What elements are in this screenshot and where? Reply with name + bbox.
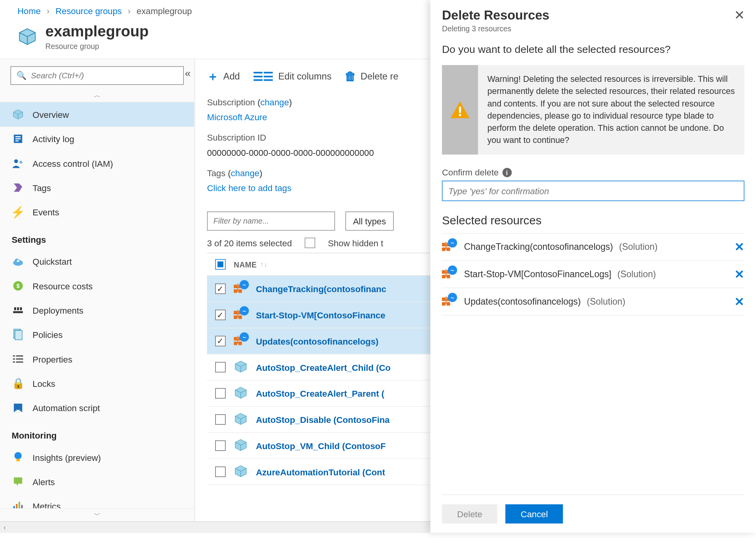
chevron-right-icon: › xyxy=(47,6,49,16)
sidebar-item-events[interactable]: ⚡Events xyxy=(0,200,194,224)
add-button[interactable]: ＋Add xyxy=(207,69,240,84)
row-checkbox[interactable]: ✓ xyxy=(215,283,226,294)
sidebar-item-alerts[interactable]: Alerts xyxy=(0,469,194,494)
row-checkbox[interactable] xyxy=(215,467,226,477)
sidebar-item-label: Locks xyxy=(33,379,55,388)
sidebar-item-overview[interactable]: Overview xyxy=(0,102,194,126)
close-icon[interactable]: ✕ xyxy=(734,8,745,23)
breadcrumb-home[interactable]: Home xyxy=(18,6,41,16)
remove-icon[interactable]: ✕ xyxy=(734,240,744,254)
sidebar-item-resource-costs[interactable]: $Resource costs xyxy=(0,274,194,298)
row-checkbox[interactable] xyxy=(215,441,226,451)
resource-name[interactable]: Updates(contosofinancelogs) xyxy=(256,336,379,346)
bolt-icon: ⚡ xyxy=(12,206,25,218)
sidebar: « 🔍 ︿ OverviewActivity logAccess control… xyxy=(0,59,195,521)
svg-rect-27 xyxy=(16,362,23,363)
resource-name[interactable]: AzureAutomationTutorial (Cont xyxy=(256,467,385,477)
svg-rect-22 xyxy=(13,356,15,357)
search-icon: 🔍 xyxy=(16,71,26,80)
resource-name[interactable]: ChangeTracking(contosofinanc xyxy=(256,284,386,294)
alert-icon xyxy=(12,475,25,488)
solution-icon: ~ xyxy=(442,267,457,282)
sidebar-item-label: Metrics xyxy=(33,501,61,509)
plus-icon: ＋ xyxy=(207,69,219,84)
svg-point-9 xyxy=(20,161,22,164)
sidebar-item-locks[interactable]: 🔒Locks xyxy=(0,371,194,395)
selected-resource-row: ~Start-Stop-VM[ContosoFinanceLogs] (Solu… xyxy=(442,261,745,288)
change-tags-link[interactable]: change xyxy=(231,168,259,178)
subscription-label: Subscription xyxy=(207,97,255,107)
cancel-button[interactable]: Cancel xyxy=(506,504,563,524)
selected-resource-type: (Solution) xyxy=(619,242,658,251)
row-checkbox[interactable] xyxy=(215,388,226,399)
sidebar-item-label: Quickstart xyxy=(33,256,72,266)
add-tags-link[interactable]: Click here to add tags xyxy=(207,183,291,193)
metric-icon xyxy=(12,500,25,508)
sidebar-item-deployments[interactable]: Deployments xyxy=(0,298,194,322)
resource-name[interactable]: AutoStop_CreateAlert_Parent ( xyxy=(256,388,384,398)
sidebar-item-label: Access control (IAM) xyxy=(33,158,113,168)
subscription-id-label: Subscription ID xyxy=(207,132,266,142)
info-icon[interactable]: i xyxy=(502,168,511,177)
sidebar-item-label: Deployments xyxy=(33,305,83,315)
select-all-checkbox[interactable] xyxy=(215,259,226,270)
solution-icon: ~ xyxy=(234,307,249,323)
type-filter-select[interactable]: All types xyxy=(345,211,393,231)
resource-name[interactable]: AutoStop_CreateAlert_Child (Co xyxy=(256,362,391,372)
row-checkbox[interactable]: ✓ xyxy=(215,336,226,347)
svg-point-31 xyxy=(15,452,22,459)
row-checkbox[interactable]: ✓ xyxy=(215,310,226,320)
lock-icon: 🔒 xyxy=(12,377,25,390)
log-icon xyxy=(12,132,25,145)
warning-icon xyxy=(442,65,478,155)
change-subscription-link[interactable]: change xyxy=(260,97,289,107)
scroll-left-icon[interactable]: ‹ xyxy=(4,523,6,531)
confirm-input[interactable] xyxy=(442,181,745,201)
selected-resource-name: Start-Stop-VM[ContosoFinanceLogs] xyxy=(464,269,611,279)
scroll-down-icon[interactable]: ﹀ xyxy=(0,508,194,521)
panel-title: Delete Resources xyxy=(442,8,549,23)
resource-name[interactable]: AutoStop_Disable (ContosoFina xyxy=(256,415,390,424)
tag-icon xyxy=(12,181,25,194)
sidebar-search-input[interactable] xyxy=(11,66,184,85)
svg-rect-36 xyxy=(16,504,18,508)
scroll-up-icon[interactable]: ︿ xyxy=(0,90,194,103)
show-hidden-checkbox[interactable] xyxy=(305,238,315,248)
edit-columns-button[interactable]: ☰☰Edit columns xyxy=(253,69,332,84)
sidebar-item-automation-script[interactable]: Automation script xyxy=(0,395,194,420)
remove-icon[interactable]: ✕ xyxy=(734,267,744,282)
sidebar-item-policies[interactable]: Policies xyxy=(0,323,194,347)
column-name[interactable]: NAME xyxy=(234,260,257,269)
selected-resource-type: (Solution) xyxy=(617,269,656,279)
svg-rect-7 xyxy=(15,141,18,142)
sidebar-item-tags[interactable]: Tags xyxy=(0,175,194,200)
svg-rect-37 xyxy=(18,502,20,509)
sidebar-item-properties[interactable]: Properties xyxy=(0,347,194,371)
svg-marker-10 xyxy=(14,184,22,192)
cloud-icon xyxy=(12,255,25,268)
row-checkbox[interactable] xyxy=(215,414,226,425)
resource-name[interactable]: AutoStop_VM_Child (ContosoF xyxy=(256,441,386,450)
sidebar-item-metrics[interactable]: Metrics xyxy=(0,494,194,508)
sidebar-item-quickstart[interactable]: Quickstart xyxy=(0,249,194,274)
remove-icon[interactable]: ✕ xyxy=(734,294,744,309)
svg-rect-38 xyxy=(21,505,23,509)
sidebar-item-access-control-iam-[interactable]: Access control (IAM) xyxy=(0,151,194,175)
collapse-sidebar-icon[interactable]: « xyxy=(185,67,191,79)
sidebar-item-insights-preview-[interactable]: Insights (preview) xyxy=(0,445,194,469)
subscription-value[interactable]: Microsoft Azure xyxy=(207,112,267,122)
selected-resource-row: ~ChangeTracking(contosofinancelogs) (Sol… xyxy=(442,233,745,261)
sidebar-item-label: Events xyxy=(33,207,59,217)
row-checkbox[interactable] xyxy=(215,362,226,372)
delete-resource-group-button[interactable]: 🗑Delete re xyxy=(344,69,399,84)
sidebar-item-label: Resource costs xyxy=(33,281,92,291)
cube-icon xyxy=(12,108,25,121)
delete-button[interactable]: Delete xyxy=(442,504,497,524)
filter-input[interactable] xyxy=(207,211,335,231)
sidebar-item-label: Alerts xyxy=(33,477,55,486)
sidebar-nav: OverviewActivity logAccess control (IAM)… xyxy=(0,102,194,508)
resource-name[interactable]: Start-Stop-VM[ContosoFinance xyxy=(256,310,385,320)
selected-resources-heading: Selected resources xyxy=(442,214,745,227)
sidebar-item-activity-log[interactable]: Activity log xyxy=(0,126,194,151)
breadcrumb-resource-groups[interactable]: Resource groups xyxy=(55,6,122,16)
